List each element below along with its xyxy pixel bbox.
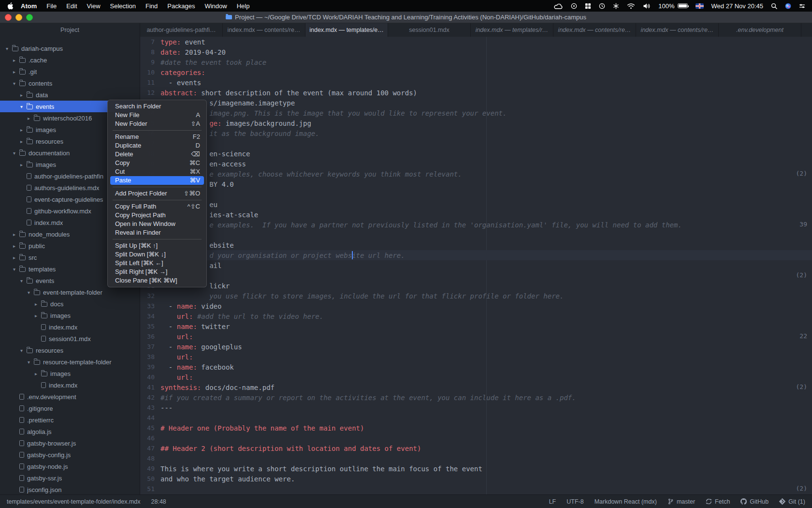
context-menu-item-add-project-folder[interactable]: Add Project Folder⇧⌘O [110,189,204,198]
tab-index.mdx-contents-re[interactable]: index.mdx — contents/re… [223,23,305,37]
context-menu-item-split-up-k[interactable]: Split Up [⌘K ↑] [110,241,204,250]
code-line-15[interactable]: 15ge: images/background.jpg [140,118,812,128]
context-menu-item-split-right-k[interactable]: Split Right [⌘K →] [110,268,204,276]
menu-atom[interactable]: Atom [16,2,42,10]
code-line-34[interactable]: 34 url: #add the url to the video here. [140,311,812,321]
code-line-43[interactable]: 43--- [140,403,812,413]
context-menu-item-split-down-k[interactable]: Split Down [⌘K ↓] [110,250,204,259]
code-line-23[interactable]: 23eu [140,199,812,209]
chevron-right-icon[interactable] [34,301,38,307]
cursor-position[interactable]: 28:48 [151,498,166,505]
line-number[interactable]: 34 [140,313,160,320]
cloud-icon[interactable] [553,3,563,9]
chevron-down-icon[interactable] [19,348,24,353]
context-menu-item-search-in-folder[interactable]: Search in Folder [110,102,204,111]
chevron-right-icon[interactable] [19,127,24,133]
code-line-25[interactable]: 25e examples. If you have a partner not … [140,220,812,230]
tree-item-contents[interactable]: contents [0,77,140,89]
tab-index.mdx-templates-e[interactable]: index.mdx — templates/e… [305,23,388,37]
grid-icon[interactable] [585,3,591,9]
line-number[interactable]: 43 [140,404,160,411]
code-line-16[interactable]: 16it as the background image. [140,128,812,138]
code-line-18[interactable]: 18en-science [140,149,812,159]
tree-item-.git[interactable]: .git [0,66,140,77]
chevron-right-icon[interactable] [34,371,38,376]
line-number[interactable]: 47 [140,445,160,452]
code-line-12[interactable]: 12abstract: short description of the eve… [140,88,812,98]
disc-icon[interactable] [571,3,577,9]
context-menu-item-copy-full-path[interactable]: Copy Full Path^⇧C [110,202,204,211]
code-line-13[interactable]: 13s/imagename.imagetype [140,98,812,108]
context-menu-item-close-pane-k-w[interactable]: Close Pane [⌘K ⌘W] [110,276,204,285]
code-line-44[interactable]: 44 [140,413,812,423]
line-number[interactable]: 8 [140,48,160,56]
chevron-right-icon[interactable] [12,243,16,249]
code-line-11[interactable]: 11 - events [140,77,812,88]
apple-menu-icon[interactable] [7,2,14,10]
volume-icon[interactable] [643,3,651,9]
menu-window[interactable]: Window [200,2,232,10]
menu-find[interactable]: Find [141,2,162,10]
code-line-8[interactable]: 8date: 2019-04-20 [140,47,812,57]
line-number[interactable]: 32 [140,292,160,299]
code-line-27[interactable]: 27ebsite [140,240,812,250]
tree-item-.gitignore[interactable]: .gitignore [0,403,140,414]
line-number[interactable]: 50 [140,475,160,482]
tab-index.mdx-templates-r[interactable]: index.mdx — templates/r… [471,23,553,37]
context-menu-item-copy[interactable]: Copy⌘C [110,159,204,167]
code-line-10[interactable]: 10categories: [140,67,812,77]
minimize-window-button[interactable] [15,14,22,21]
menu-help[interactable]: Help [232,2,255,10]
context-menu-item-open-in-new-window[interactable]: Open in New Window [110,220,204,228]
close-window-button[interactable] [5,14,12,21]
code-line-48[interactable]: 48 [140,453,812,463]
line-number[interactable]: 48 [140,455,160,462]
chevron-down-icon[interactable] [27,359,31,365]
chevron-right-icon[interactable] [34,313,38,318]
line-number[interactable]: 9 [140,59,160,66]
code-line-51[interactable]: 51 [140,484,812,494]
line-number[interactable]: 36 [140,333,160,340]
tree-item-.env.development[interactable]: .env.development [0,391,140,403]
code-line-28[interactable]: 28d your organisation or project website… [140,250,812,260]
code-line-33[interactable]: 33 - name: video [140,301,812,311]
context-menu-item-copy-project-path[interactable]: Copy Project Path [110,211,204,220]
tree-item-images[interactable]: images [0,310,140,321]
status-segment-master[interactable]: master [667,498,695,505]
tree-item-images[interactable]: images [0,368,140,379]
chevron-right-icon[interactable] [12,58,16,63]
tree-item-data[interactable]: data [0,89,140,101]
tree-item-gatsby-node.js[interactable]: gatsby-node.js [0,461,140,472]
tab-index.mdx-contents-re[interactable]: index.mdx — contents/re… [553,23,636,37]
line-number[interactable]: 12 [140,89,160,96]
chevron-right-icon[interactable] [19,139,24,144]
line-number[interactable]: 10 [140,69,160,76]
status-segment-markdown-react-mdx[interactable]: Markdown React (mdx) [594,498,657,505]
code-line-40[interactable]: 40 url: [140,372,812,382]
status-segment-fetch[interactable]: Fetch [706,498,730,505]
line-number[interactable]: 44 [140,414,160,421]
tab-index.mdx-contents-re[interactable]: index.mdx — contents/re… [636,23,719,37]
code-line-47[interactable]: 47## Header 2 (short description with lo… [140,443,812,453]
code-line-31[interactable]: 31lickr [140,281,812,291]
tree-item-docs[interactable]: docs [0,298,140,310]
tree-item-dariah-campus[interactable]: dariah-campus [0,43,140,54]
notification-center-icon[interactable] [799,3,805,9]
line-number[interactable]: 11 [140,79,160,86]
code-line-38[interactable]: 38 url: [140,352,812,362]
context-menu-item-cut[interactable]: Cut⌘X [110,167,204,176]
chevron-down-icon[interactable] [12,81,16,86]
context-menu-item-new-file[interactable]: New FileA [110,111,204,120]
tree-item-resources[interactable]: resources [0,344,140,356]
code-line-37[interactable]: 37 - name: googleplus [140,342,812,352]
code-line-49[interactable]: 49This is where you write a short descri… [140,463,812,474]
chevron-down-icon[interactable] [12,150,16,156]
clock-icon[interactable] [599,3,605,9]
code-line-14[interactable]: 14image.png. This is the image that you … [140,108,812,118]
chevron-right-icon[interactable] [12,232,16,237]
tree-item-.prettierrc[interactable]: .prettierrc [0,414,140,426]
status-segment-utf-8[interactable]: UTF-8 [566,498,583,505]
tree-item-gatsby-config.js[interactable]: gatsby-config.js [0,449,140,461]
asterisk-icon[interactable] [613,3,619,9]
code-line-41[interactable]: 41synthesis: docs/doc-name.pdf [140,382,812,392]
